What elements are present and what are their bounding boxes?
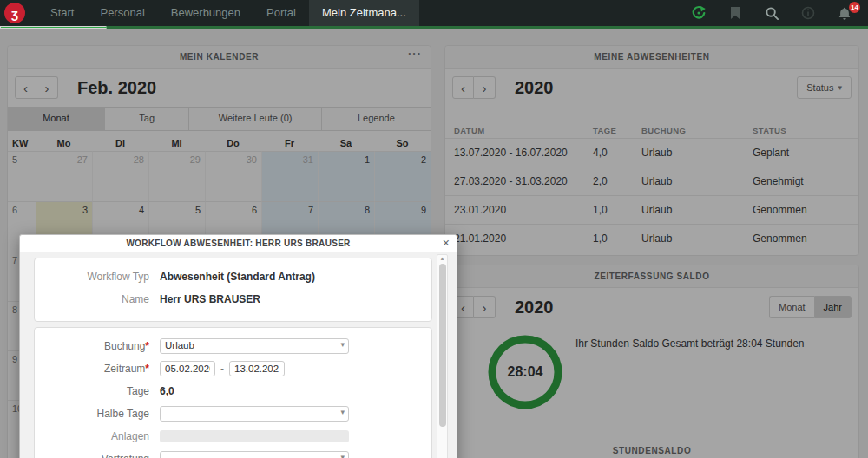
buchung-label: Buchung* [43, 340, 149, 352]
scroll-up-icon[interactable]: ▲ [437, 256, 447, 261]
chevron-down-icon: ▾ [340, 408, 345, 416]
range-separator: - [220, 363, 224, 375]
scrollbar-thumb[interactable] [439, 264, 446, 427]
modal-scrollbar[interactable]: ▲ [437, 254, 448, 458]
required-marker: * [145, 363, 149, 375]
name-value: Herr URS BRAUSER [160, 293, 260, 305]
history-icon[interactable] [691, 5, 707, 21]
anlagen-label: Anlagen [43, 430, 149, 442]
buchung-selected-value: Urlaub [165, 340, 194, 350]
workflow-info-card: Workflow Typ Abwesenheit (Standard Antra… [34, 258, 432, 322]
info-icon[interactable] [800, 5, 816, 21]
vertretung-select[interactable]: ▾ [160, 451, 349, 458]
required-marker: * [145, 340, 149, 352]
nav-accent-progress [0, 26, 107, 29]
nav-item-start[interactable]: Start [37, 0, 87, 26]
nav-item-bewerbungen[interactable]: Bewerbungen [158, 0, 253, 26]
modal-body: Workflow Typ Abwesenheit (Standard Antra… [20, 252, 457, 458]
workflow-typ-label: Workflow Typ [43, 271, 149, 283]
search-icon[interactable] [764, 5, 779, 21]
nav-actions: 14 [691, 5, 868, 21]
nav-item-personal[interactable]: Personal [87, 0, 157, 26]
nav-item-mein-zeitmanagement[interactable]: Mein Zeitmana... [309, 0, 419, 26]
tage-label: Tage [43, 385, 149, 397]
vertretung-label: Vertretung [43, 453, 149, 458]
halbe-tage-select[interactable]: ▾ [160, 406, 349, 422]
absence-form-card: Buchung* Urlaub ▾ Zeitraum* - Tage 6,0 H… [34, 327, 432, 458]
tage-value: 6,0 [160, 385, 174, 397]
zeitraum-to-input[interactable] [229, 361, 285, 376]
anlagen-dropzone [160, 430, 349, 442]
chevron-down-icon: ▾ [340, 340, 345, 349]
halbe-tage-label: Halbe Tage [43, 408, 149, 420]
workflow-absence-modal: WORKFLOW ABWESENHEIT: HERR URS BRAUSER ×… [19, 234, 457, 458]
app-logo[interactable]: ʒ [4, 3, 25, 23]
modal-title: WORKFLOW ABWESENHEIT: HERR URS BRAUSER [126, 239, 350, 248]
top-nav: ʒ Start Personal Bewerbungen Portal Mein… [0, 0, 868, 26]
name-label: Name [43, 293, 149, 305]
notifications-bell-icon[interactable]: 14 [837, 5, 852, 21]
bookmark-icon[interactable] [727, 5, 743, 21]
chevron-down-icon: ▾ [340, 453, 345, 458]
zeitraum-from-input[interactable] [160, 361, 215, 376]
close-icon[interactable]: × [443, 235, 450, 252]
workflow-typ-value: Abwesenheit (Standard Antrag) [160, 271, 315, 283]
modal-titlebar: WORKFLOW ABWESENHEIT: HERR URS BRAUSER × [20, 235, 457, 252]
zeitraum-label: Zeitraum* [43, 363, 149, 375]
notification-badge: 14 [849, 2, 860, 13]
nav-item-portal[interactable]: Portal [253, 0, 309, 26]
buchung-select[interactable]: Urlaub ▾ [160, 338, 349, 354]
nav-accent-line [0, 26, 868, 29]
